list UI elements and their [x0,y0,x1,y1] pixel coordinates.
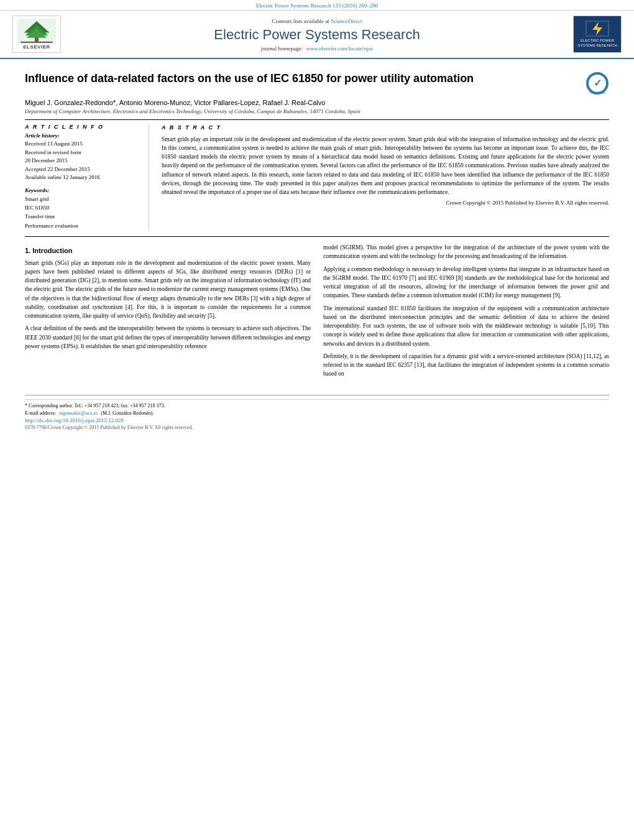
body-para-left-2: A clear definition of the needs and the … [25,324,311,351]
abstract-divider [25,236,609,237]
footer-area: * Corresponding author. Tel.: +34 957 21… [25,399,609,433]
doi-anchor[interactable]: http://dx.doi.org/10.1016/j.epsr.2015.12… [25,417,124,423]
elsevier-logo-container: ELSEVIER [12,16,62,53]
abstract-copyright: Crown Copyright © 2015 Published by Else… [162,199,609,208]
keywords-label: Keywords: [25,187,141,193]
svg-text:CrossMark: CrossMark [590,91,605,95]
abstract-col: A B S T R A C T Smart grids play an impo… [162,124,609,230]
journal-bar: Electric Power Systems Research 133 (201… [0,0,634,11]
keyword-3: Transfer time [25,212,141,221]
history-item-5: Available online 12 January 2016 [25,173,141,182]
body-para-right-4: Definitely, it is the development of cap… [323,352,609,379]
keyword-4: Performance evaluation [25,221,141,230]
body-para-left-1: Smart grids (SGs) play an important role… [25,259,311,321]
body-col-right: model (SGIRM). This model gives a perspe… [323,243,609,382]
homepage-label: journal homepage: [261,45,303,52]
footer-copyright: 0378-7796/Crown Copyright © 2015 Publish… [25,425,609,430]
right-journal-logo: ELECTRIC POWER SYSTEMS RESEARCH [573,16,622,53]
title-section: Influence of data-related factors on the… [25,72,609,95]
sciencedirect-label: Contents lists available at ScienceDirec… [68,17,566,24]
affiliation: Department of Computer Architecture, Ele… [25,108,609,114]
footnote-email: E-mail address: mgonzalez@uco.es (M.J. G… [25,410,609,417]
crossmark-badge[interactable]: ✓ CrossMark [586,72,609,95]
homepage-link[interactable]: www.elsevier.com/locate/epsr [306,45,373,52]
email-label: E-mail address: [25,410,56,416]
footnote-star-text: * Corresponding author. Tel.: +34 957 21… [25,403,165,408]
history-item-3: 20 December 2015 [25,157,141,165]
history-item-1: Received 13 August 2015 [25,140,141,149]
keyword-1: Smart grid [25,195,141,203]
intro-heading: 1. Introduction [25,246,311,256]
doi-link[interactable]: http://dx.doi.org/10.1016/j.epsr.2015.12… [25,417,609,423]
body-para-right-3: The international standard IEC 61850 fac… [323,304,609,348]
sciencedirect-link[interactable]: ScienceDirect [331,18,362,24]
email-person: (M.J. González-Redondo). [101,410,154,416]
homepage-row: journal homepage: www.elsevier.com/locat… [68,45,566,52]
right-logo-container: ELECTRIC POWER SYSTEMS RESEARCH [572,16,622,53]
article-info-col: A R T I C L E I N F O Article history: R… [25,124,149,230]
elsevier-tree-icon [16,19,58,44]
journal-title: Electric Power Systems Research [68,27,566,43]
svg-text:✓: ✓ [594,78,602,88]
footnote-star: * Corresponding author. Tel.: +34 957 21… [25,402,609,410]
keyword-2: IEC 61850 [25,203,141,212]
page-header: ELSEVIER Contents lists available at Sci… [0,11,634,59]
history-item-2: Received in revised form [25,149,141,157]
paper-title: Influence of data-related factors on the… [25,72,579,86]
journal-logo-icon [585,20,610,37]
article-info-row: A R T I C L E I N F O Article history: R… [25,124,609,230]
paper-body: Influence of data-related factors on the… [0,59,634,439]
crossmark-icon: ✓ CrossMark [586,72,609,95]
abstract-label: A B S T R A C T [162,124,609,132]
abstract-text: Smart grids play an important role in th… [162,135,609,197]
author-names: Miguel J. Gonzalez-Redondo*, Antonio Mor… [25,99,325,106]
two-col-body: 1. Introduction Smart grids (SGs) play a… [25,243,609,382]
elsevier-wordmark: ELSEVIER [23,44,50,50]
email-link[interactable]: mgonzalez@uco.es [59,410,98,416]
right-logo-text: ELECTRIC POWER SYSTEMS RESEARCH [576,39,619,48]
journal-citation: Electric Power Systems Research 133 (201… [256,2,378,9]
body-para-right-1: model (SGIRM). This model gives a perspe… [323,243,609,261]
header-center: Contents lists available at ScienceDirec… [68,17,566,52]
article-history-label: Article history: [25,132,141,139]
history-item-4: Accepted 22 December 2015 [25,165,141,174]
contents-label: Contents lists available at [272,18,329,24]
footer-divider [25,395,609,395]
authors-line: Miguel J. Gonzalez-Redondo*, Antonio Mor… [25,99,609,106]
svg-rect-5 [21,42,52,43]
article-info-label: A R T I C L E I N F O [25,124,141,130]
elsevier-logo-box: ELSEVIER [12,16,61,53]
title-divider [25,119,609,120]
body-para-right-2: Applying a common methodology is necessa… [323,265,609,300]
body-col-left: 1. Introduction Smart grids (SGs) play a… [25,243,311,382]
